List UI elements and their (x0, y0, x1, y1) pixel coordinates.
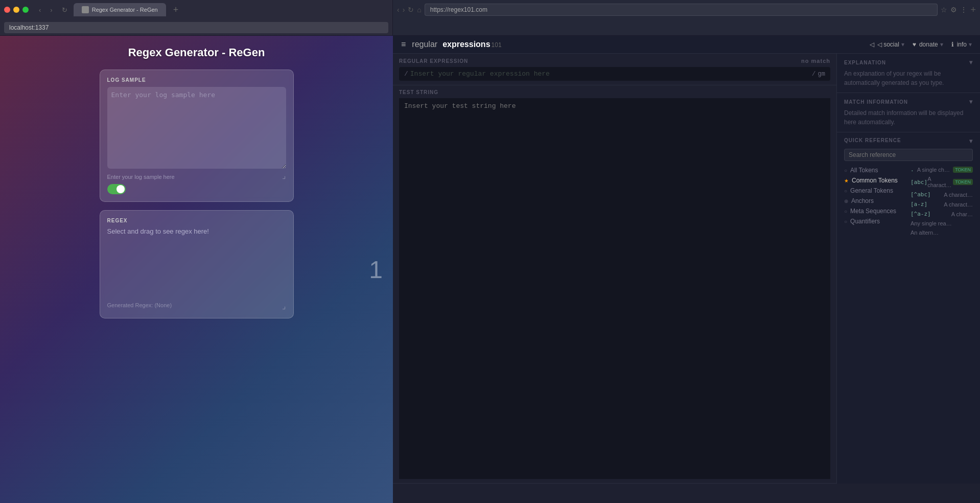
regen-tab-label: Regex Generator - ReGen (92, 7, 158, 13)
regex-close-delimiter: / (812, 70, 816, 78)
right-reload-button[interactable]: ↻ (408, 6, 414, 14)
regen-tab[interactable]: Regex Generator - ReGen (74, 3, 166, 16)
logo-suffix: 101 (492, 41, 502, 49)
bookmark-icon[interactable]: ☆ (941, 6, 947, 14)
regex-input-bar[interactable]: / Insert your regular expression here / … (399, 67, 830, 81)
explanation-collapse-icon[interactable]: ▾ (969, 59, 973, 66)
qr-badge-abc: TOKEN (953, 179, 973, 185)
qr-item-all-tokens[interactable]: ○ All Tokens (844, 165, 906, 175)
resize-handle[interactable]: ⌟ (282, 171, 286, 180)
test-string-title: TEST STRING (399, 89, 438, 95)
regex-expression-title: REGULAR EXPRESSION (399, 58, 468, 64)
qr-item-general-tokens[interactable]: ○ General Tokens (844, 186, 906, 196)
common-tokens-icon: ★ (844, 178, 849, 184)
quick-reference-search[interactable] (844, 149, 973, 161)
qr-token-not-abc: [^abc] (911, 191, 931, 198)
regex101-sidebar: EXPLANATION ▾ An explanation of your reg… (837, 54, 980, 484)
regex-label: REGEX (107, 218, 286, 223)
regex-flags[interactable]: gm (818, 71, 825, 78)
right-back-button[interactable]: ‹ (397, 6, 400, 14)
qr-token-abc: [abc] (911, 179, 927, 186)
qr-item-anchors[interactable]: ⊕ Anchors (844, 196, 906, 206)
qr-token-dot: . (911, 166, 914, 173)
info-button[interactable]: ℹ info ▾ (951, 41, 972, 48)
qr-entry-altern: An altern… (911, 228, 973, 237)
right-home-button[interactable]: ⌂ (417, 6, 421, 14)
donate-chevron-icon: ▾ (940, 41, 943, 48)
qr-entry-not-range: [^a-z] A char… (911, 210, 973, 218)
anchors-icon: ⊕ (844, 198, 848, 204)
qr-desc-any: Any single rea… (911, 220, 952, 226)
regex-match-info: no match (801, 58, 830, 64)
extensions-icon[interactable]: ⚙ (950, 6, 957, 14)
forward-button[interactable]: › (47, 5, 55, 15)
toggle-row (107, 184, 286, 194)
regex-open-delimiter: / (404, 70, 408, 78)
qr-entry-any: Any single rea… (911, 219, 973, 227)
match-information-section: MATCH INFORMATION ▾ Detailed match infor… (837, 93, 980, 132)
donate-button[interactable]: ♥ donate ▾ (913, 41, 943, 48)
common-tokens-label: Common Tokens (852, 177, 898, 184)
donate-label: donate (919, 41, 938, 48)
general-tokens-icon: ○ (844, 188, 847, 194)
quick-reference-list: ○ All Tokens ★ Common Tokens (844, 165, 906, 226)
social-label: ◁ social (877, 41, 899, 48)
back-button[interactable]: ‹ (36, 5, 44, 15)
log-sample-hint: Enter your log sample here (107, 174, 286, 180)
header-right: ◁ ◁ social ▾ ♥ donate ▾ ℹ info ▾ (870, 41, 972, 48)
log-sample-textarea[interactable] (107, 87, 286, 169)
test-string-label: TEST STRING (399, 89, 830, 95)
explanation-section: EXPLANATION ▾ An explanation of your reg… (837, 54, 980, 93)
log-sample-label: LOG SAMPLE (107, 77, 286, 83)
qr-desc-dot: A single ch… (917, 167, 950, 173)
quick-reference-label: QUICK REFERENCE (844, 138, 901, 145)
fullscreen-button[interactable] (22, 7, 29, 13)
social-button[interactable]: ◁ ◁ social ▾ (870, 41, 904, 48)
right-url-bar[interactable] (425, 4, 938, 16)
quick-reference-left-column: ○ All Tokens ★ Common Tokens (844, 165, 906, 237)
qr-item-quantifiers[interactable]: ○ Quantifiers (844, 216, 906, 226)
explanation-label: EXPLANATION (844, 60, 886, 65)
quick-reference-collapse-icon[interactable]: ▾ (969, 138, 973, 145)
reload-button[interactable]: ↻ (59, 5, 71, 15)
qr-item-common-tokens[interactable]: ★ Common Tokens (844, 175, 906, 186)
quick-reference-section: QUICK REFERENCE ▾ ○ A (837, 132, 980, 484)
browser-chrome: ‹ › ↻ Regex Generator - ReGen + ‹ › ↻ ⌂ … (0, 0, 980, 503)
qr-desc-altern: An altern… (911, 230, 939, 236)
close-button[interactable] (4, 7, 10, 13)
traffic-lights (4, 7, 29, 13)
match-info-collapse-icon[interactable]: ▾ (969, 98, 973, 105)
donate-icon: ♥ (913, 41, 916, 48)
tab-favicon (82, 6, 89, 13)
toggle-button[interactable] (107, 184, 126, 194)
qr-entry-range: [a-z] A charact… (911, 200, 973, 209)
quick-reference-grid: ○ All Tokens ★ Common Tokens (844, 165, 973, 237)
menu-icon[interactable]: ⋮ (960, 6, 967, 14)
qr-token-not-range: [^a-z] (911, 211, 931, 217)
qr-token-range: [a-z] (911, 201, 927, 208)
regex101-app: ≡ regular expressions 101 ◁ ◁ social ▾ (393, 36, 980, 484)
test-string-input[interactable] (399, 98, 830, 479)
regex-resize-handle[interactable]: ⌟ (282, 301, 286, 311)
regex101-body: REGULAR EXPRESSION no match / Insert you… (393, 54, 980, 484)
social-chevron-icon: ▾ (901, 41, 904, 48)
match-information-label: MATCH INFORMATION (844, 99, 908, 105)
quick-reference-right-column: . A single ch… TOKEN [abc] A charact… TO… (911, 165, 973, 237)
minimize-button[interactable] (13, 7, 19, 13)
logo-regular: regular (412, 40, 437, 49)
info-icon: ℹ (951, 41, 954, 48)
hamburger-menu-icon[interactable]: ≡ (401, 40, 406, 49)
right-forward-button[interactable]: › (403, 6, 405, 14)
right-add-tab-button[interactable]: + (970, 5, 976, 15)
left-url-bar[interactable] (4, 22, 388, 33)
regex101-panel: ≡ regular expressions 101 ◁ ◁ social ▾ (393, 36, 980, 503)
qr-entry-not-abc: [^abc] A charact… (911, 190, 973, 199)
log-sample-card: LOG SAMPLE ⌟ Enter your log sample here (100, 70, 294, 202)
regex-card: REGEX Select and drag to see regex here!… (100, 210, 294, 318)
add-tab-button[interactable]: + (169, 5, 183, 15)
page-title: Regex Generator - ReGen (128, 46, 265, 59)
info-chevron-icon: ▾ (969, 41, 972, 48)
qr-entry-dot: . A single ch… TOKEN (911, 165, 973, 174)
regex101-logo: regular expressions 101 (412, 40, 501, 49)
qr-item-meta-sequences[interactable]: ○ Meta Sequences (844, 206, 906, 216)
